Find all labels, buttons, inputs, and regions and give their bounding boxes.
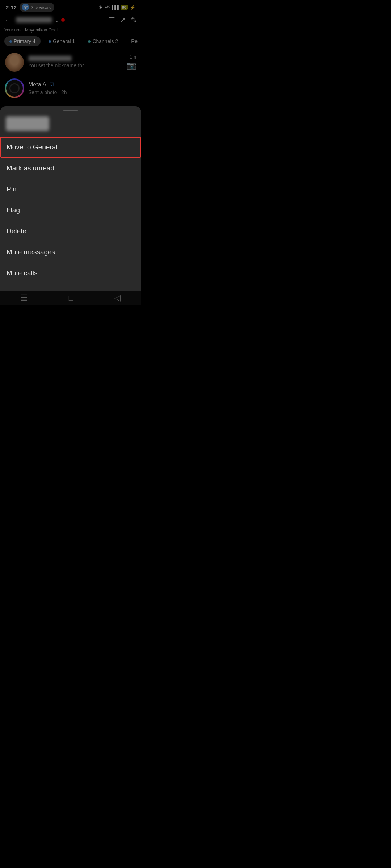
menu-item-pin-label: Pin xyxy=(7,185,16,193)
menu-item-flag[interactable]: Flag xyxy=(0,200,141,221)
menu-item-move-general[interactable]: Move to General xyxy=(0,137,141,158)
bottom-sheet: Move to General Mark as unread Pin Flag … xyxy=(0,106,141,291)
sheet-handle-row xyxy=(0,106,141,114)
menu-item-mute-calls[interactable]: Mute calls xyxy=(0,263,141,284)
menu-item-delete-label: Delete xyxy=(7,227,26,235)
menu-item-mark-unread-label: Mark as unread xyxy=(7,164,54,172)
sheet-handle xyxy=(63,110,78,111)
menu-item-move-general-label: Move to General xyxy=(7,143,57,151)
sheet-contact-blurred xyxy=(6,116,49,131)
menu-item-delete[interactable]: Delete xyxy=(0,221,141,242)
menu-item-mute-calls-label: Mute calls xyxy=(7,269,38,277)
menu-item-mute-messages[interactable]: Mute messages xyxy=(0,242,141,263)
menu-item-mute-messages-label: Mute messages xyxy=(7,248,55,256)
menu-item-mark-unread[interactable]: Mark as unread xyxy=(0,158,141,179)
menu-item-pin[interactable]: Pin xyxy=(0,179,141,200)
menu-item-flag-label: Flag xyxy=(7,206,20,214)
